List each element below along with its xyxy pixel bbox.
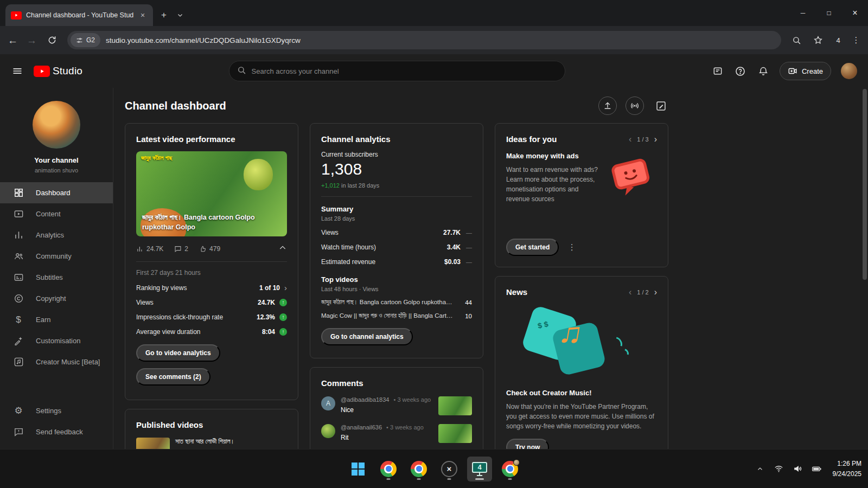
sidebar-item-analytics[interactable]: Analytics — [0, 224, 113, 246]
sidebar-item-creator-music[interactable]: Creator Music [Beta] — [0, 351, 113, 373]
new-tab-button[interactable]: + — [156, 8, 171, 23]
commenter-avatar[interactable]: A — [321, 396, 335, 410]
latest-video-thumbnail[interactable]: জাদুর কাঁঠাল গাছ জাদুর কাঁঠাল গাছ। Bangl… — [136, 151, 287, 236]
ideas-menu-icon[interactable]: ⋮ — [567, 242, 576, 252]
sidebar-item-community[interactable]: Community — [0, 246, 113, 267]
browser-menu-icon[interactable]: ⋮ — [852, 35, 860, 45]
sidebar-item-subtitles[interactable]: Subtitles — [0, 267, 113, 288]
pager-next-icon[interactable]: › — [654, 135, 657, 144]
search-input[interactable] — [252, 67, 557, 75]
commenter-handle[interactable]: @adibaadiba1834 — [341, 396, 389, 403]
battery-icon[interactable] — [812, 464, 822, 474]
notifications-bell-icon[interactable] — [757, 65, 770, 78]
scrollbar-thumb[interactable] — [863, 89, 867, 280]
metric-row-views[interactable]: Views 24.7K ↑ — [136, 299, 287, 306]
back-button[interactable]: ← — [8, 35, 18, 46]
create-button[interactable]: Create — [780, 62, 831, 80]
start-button[interactable] — [346, 457, 371, 481]
sidebar-item-copyright[interactable]: Copyright — [0, 288, 113, 309]
taskbar-chrome-1[interactable] — [376, 457, 401, 481]
sidebar-item-customisation[interactable]: Customisation — [0, 330, 113, 351]
page-header: Channel dashboard — [125, 98, 669, 114]
commenter-handle[interactable]: @anailanail636 — [341, 424, 382, 431]
news-card: News ‹ 1 / 2 › $ $ — [495, 276, 668, 449]
go-live-icon[interactable] — [626, 97, 644, 115]
channel-search[interactable] — [229, 61, 565, 81]
volume-icon[interactable] — [793, 464, 803, 474]
zoom-icon[interactable] — [790, 34, 803, 47]
bookmark-star-icon[interactable] — [812, 34, 825, 47]
wifi-icon[interactable] — [774, 464, 784, 474]
published-video-row[interactable]: সাত ছানা আর লোভী শিয়াল। 314 — [136, 438, 287, 449]
comment-row[interactable]: @anailanail636 • 3 weeks ago Rit — [321, 424, 472, 443]
delta-value: +1,012 — [321, 182, 340, 189]
pager-prev-icon[interactable]: ‹ — [629, 288, 631, 297]
tray-chevron-up-icon[interactable] — [755, 464, 765, 474]
published-video-thumbnail[interactable] — [136, 438, 170, 449]
taskbar-chrome-3[interactable] — [497, 457, 522, 481]
sidebar-item-settings[interactable]: ⚙ Settings — [0, 400, 112, 421]
browser-tab[interactable]: Channel dashboard - YouTube Studio × — [5, 4, 153, 26]
collapse-chevron-icon[interactable] — [278, 243, 287, 254]
top-videos-title: Top videos — [321, 275, 472, 284]
comment-video-thumbnail[interactable] — [438, 396, 472, 415]
sidebar-item-label: Copyright — [36, 294, 66, 303]
go-to-channel-analytics-button[interactable]: Go to channel analytics — [321, 328, 413, 345]
likes-stat: 479 — [199, 245, 220, 253]
url-text[interactable]: studio.youtube.com/channel/UCzDQDGaluJNi… — [106, 36, 301, 44]
top-video-row[interactable]: জাদুর কাঁঠাল গাছ। Bangla cartoon Golpo r… — [321, 299, 472, 306]
site-info-chip[interactable]: G2 — [71, 33, 100, 47]
tab-close-icon[interactable]: × — [138, 10, 148, 20]
reload-button[interactable] — [46, 34, 59, 47]
taskbar-screen-share[interactable]: 4 — [467, 457, 492, 481]
sidebar-item-dashboard[interactable]: Dashboard — [0, 182, 113, 203]
news-pager: ‹ 1 / 2 › — [629, 288, 657, 297]
sidebar-item-content[interactable]: Content — [0, 203, 113, 224]
forward-button[interactable]: → — [27, 35, 37, 46]
comment-time: • 3 weeks ago — [386, 424, 424, 431]
see-comments-button[interactable]: See comments (2) — [136, 368, 210, 386]
account-avatar[interactable] — [841, 63, 857, 79]
sidebar-item-earn[interactable]: $ Earn — [0, 309, 113, 330]
go-to-video-analytics-button[interactable]: Go to video analytics — [136, 344, 220, 362]
taskbar-x-app[interactable]: × — [437, 457, 462, 481]
channel-avatar[interactable] — [33, 101, 80, 149]
card-title: Comments — [321, 378, 472, 388]
get-started-button[interactable]: Get started — [506, 239, 559, 256]
metric-value: 12.3% — [257, 313, 275, 321]
comment-video-thumbnail[interactable] — [438, 424, 472, 443]
hamburger-menu-icon[interactable] — [11, 65, 24, 78]
metric-row-ranking[interactable]: Ranking by views 1 of 10 › — [136, 284, 287, 292]
metric-row-ctr[interactable]: Impressions click-through rate 12.3% ↑ — [136, 313, 287, 321]
edit-icon[interactable] — [653, 98, 669, 114]
screen-share-badge: 4 — [471, 463, 488, 471]
help-icon[interactable] — [734, 65, 747, 78]
taskbar-clock[interactable]: 1:26 PM 9/24/2025 — [833, 459, 861, 479]
site-chip-label: G2 — [86, 36, 95, 44]
try-now-button[interactable]: Try now — [506, 439, 549, 449]
top-video-row[interactable]: Magic Cow || জাদুর গরু ও সোনার হাঁড়ি ||… — [321, 312, 472, 319]
maximize-button[interactable]: □ — [816, 0, 842, 26]
sidebar-item-label: Community — [36, 252, 72, 260]
metric-label: Ranking by views — [136, 284, 187, 292]
page-scrollbar[interactable] — [861, 88, 868, 449]
pager-next-icon[interactable]: › — [654, 288, 657, 297]
tab-search-chevron-icon[interactable] — [173, 8, 188, 23]
pager-prev-icon[interactable]: ‹ — [629, 135, 631, 144]
upload-video-icon[interactable] — [598, 97, 617, 115]
commenter-avatar[interactable] — [321, 424, 335, 438]
address-bar[interactable]: G2 studio.youtube.com/channel/UCzDQDGalu… — [67, 31, 781, 49]
minimize-button[interactable]: ─ — [790, 0, 816, 26]
community-icon — [13, 251, 24, 262]
sidebar-item-label: Settings — [36, 407, 61, 415]
dashboard-actions — [598, 97, 669, 115]
taskbar-chrome-2[interactable] — [406, 457, 431, 481]
comment-row[interactable]: A @adibaadiba1834 • 3 weeks ago Nice — [321, 396, 472, 415]
window-close-button[interactable]: × — [842, 0, 868, 26]
metric-row-avg-duration[interactable]: Average view duration 8:04 ↑ — [136, 328, 287, 336]
studio-logo[interactable]: Studio — [34, 65, 82, 77]
whats-new-icon[interactable] — [711, 65, 724, 78]
sidebar-item-send-feedback[interactable]: Send feedback — [0, 421, 112, 442]
toolbar-badge[interactable]: 4 — [833, 36, 843, 44]
sidebar: Your channel animation shuvo Dashboard — [0, 88, 113, 449]
